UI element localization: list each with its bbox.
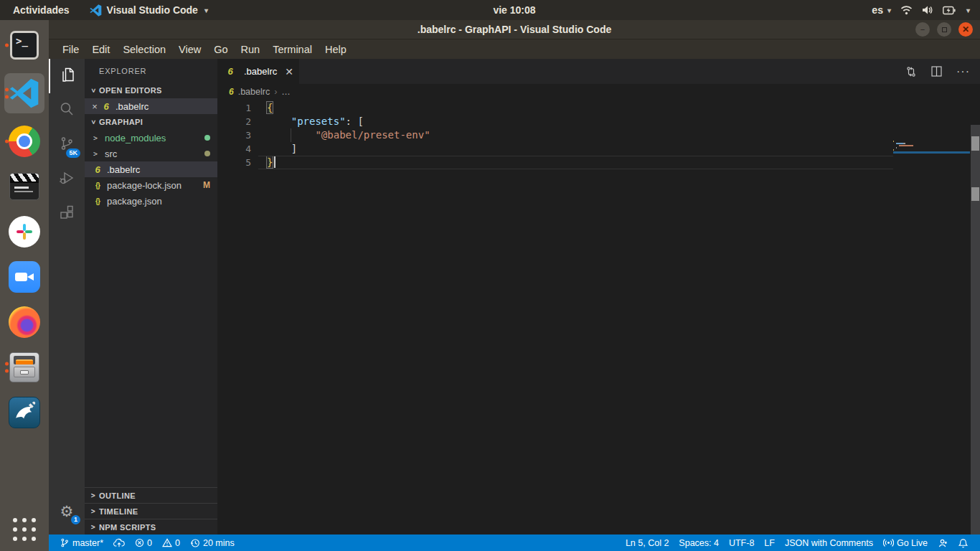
zoom-app-icon xyxy=(9,261,40,293)
dock-item-file-manager[interactable] xyxy=(4,350,44,385)
dock-item-video-editor[interactable] xyxy=(4,169,44,204)
babel-file-icon: 6 xyxy=(100,101,112,112)
close-button[interactable]: ✕ xyxy=(958,22,973,37)
minimap-slider[interactable] xyxy=(893,151,970,154)
activities-button[interactable]: Actividades xyxy=(0,0,83,20)
scrollbar-thumb[interactable] xyxy=(971,136,979,151)
dock-item-chrome[interactable] xyxy=(4,124,44,159)
chevron-icon: > xyxy=(90,85,98,96)
minimize-button[interactable]: − xyxy=(915,22,930,37)
code-lines[interactable]: { "presets": [ "@babel/preset-env" ]} xyxy=(258,101,893,169)
section-npm-scripts[interactable]: >NPM SCRIPTS xyxy=(85,519,217,534)
open-editor-label: .babelrc xyxy=(116,101,149,112)
system-menu-chevron-icon[interactable]: ▾ xyxy=(966,6,970,14)
babel-file-icon: 6 xyxy=(225,66,236,77)
statusbar-encoding[interactable]: UTF-8 xyxy=(724,534,759,551)
tree-item-package-lock-json[interactable]: {}package-lock.jsonM xyxy=(85,177,217,193)
menu-run[interactable]: Run xyxy=(235,39,267,59)
statusbar-indentation[interactable]: Spaces: 4 xyxy=(674,534,724,551)
tree-item-node-modules[interactable]: >node_modules xyxy=(85,130,217,146)
activity-run-debug[interactable] xyxy=(49,162,85,197)
section-label: NPM SCRIPTS xyxy=(99,523,156,532)
dock-item-slack[interactable] xyxy=(4,215,44,249)
minimap[interactable] xyxy=(893,139,970,534)
code-line-5[interactable]: } xyxy=(258,156,893,169)
project-header[interactable]: >GRAPHAPI xyxy=(85,114,217,130)
show-applications-button[interactable] xyxy=(4,512,44,547)
open-editors-header[interactable]: >OPEN EDITORS xyxy=(85,83,217,98)
statusbar-errors-count[interactable]: 0 xyxy=(130,534,157,551)
code-line-4[interactable]: ] xyxy=(258,142,893,156)
app-menu-label: Visual Studio Code xyxy=(107,4,198,16)
activity-extensions[interactable] xyxy=(49,197,85,231)
dock-item-vscode[interactable] xyxy=(4,73,44,113)
statusbar-language-mode[interactable]: JSON with Comments xyxy=(780,534,878,551)
statusbar-cursor-position[interactable]: Ln 5, Col 2 xyxy=(621,534,674,551)
minimap-line xyxy=(893,145,970,146)
tab-babelrc[interactable]: 6 .babelrc ✕ xyxy=(217,59,300,84)
vertical-scrollbar[interactable] xyxy=(971,125,980,534)
dock-item-terminal[interactable]: >_ xyxy=(4,28,44,62)
section-timeline[interactable]: >TIMELINE xyxy=(85,503,217,519)
file-manager-app-icon xyxy=(9,352,39,382)
chevron-down-icon: ▾ xyxy=(887,6,891,14)
dock-item-firefox[interactable] xyxy=(4,305,44,339)
statusbar-branch-indicator[interactable]: master* xyxy=(55,534,108,551)
section-outline[interactable]: >OUTLINE xyxy=(85,487,217,503)
activity-source-control[interactable]: 5K xyxy=(49,128,85,162)
statusbar-feedback[interactable] xyxy=(933,534,953,551)
menu-help[interactable]: Help xyxy=(319,39,353,59)
keyboard-layout-indicator[interactable]: es ▾ xyxy=(872,4,891,16)
tree-item-package-json[interactable]: {}package.json xyxy=(85,193,217,209)
statusbar-warnings-count[interactable]: 0 xyxy=(157,534,185,551)
chevron-icon: > xyxy=(90,116,98,128)
tab-close-icon[interactable]: ✕ xyxy=(285,66,293,77)
project-label: GRAPHAPI xyxy=(99,118,143,126)
clock[interactable]: vie 10:08 xyxy=(493,4,535,16)
dock-item-mysql-workbench[interactable] xyxy=(4,395,44,430)
statusbar-go-live[interactable]: Go Live xyxy=(878,534,933,551)
breadcrumb[interactable]: 6 .babelrc › … xyxy=(217,84,980,100)
line-number-gutter: 12345 xyxy=(217,101,258,169)
code-line-3[interactable]: "@babel/preset-env" xyxy=(258,128,893,142)
menu-terminal[interactable]: Terminal xyxy=(266,39,319,59)
window-titlebar[interactable]: .babelrc - GraphAPI - Visual Studio Code… xyxy=(49,20,980,39)
vscode-window: .babelrc - GraphAPI - Visual Studio Code… xyxy=(49,20,980,551)
statusbar-eol-sequence-label: LF xyxy=(764,538,775,548)
statusbar-notifications[interactable] xyxy=(953,534,973,551)
code-token: ] xyxy=(291,143,297,154)
statusbar-warnings-count-label: 0 xyxy=(175,538,180,548)
more-actions-icon[interactable]: ··· xyxy=(956,65,970,78)
dock-item-zoom[interactable] xyxy=(4,260,44,294)
statusbar-time-tracker[interactable]: 20 mins xyxy=(185,534,240,551)
split-editor-icon[interactable] xyxy=(931,66,942,77)
chevron-right-icon: > xyxy=(88,523,99,531)
breadcrumb-file[interactable]: .babelrc xyxy=(238,87,270,97)
open-editor-item[interactable]: ×6.babelrc xyxy=(85,98,217,114)
menu-selection[interactable]: Selection xyxy=(116,39,172,59)
breadcrumb-ellipsis[interactable]: … xyxy=(281,87,291,97)
open-changes-icon[interactable] xyxy=(905,66,917,77)
close-editor-icon[interactable]: × xyxy=(89,101,100,112)
statusbar-eol-sequence[interactable]: LF xyxy=(759,534,780,551)
menu-file[interactable]: File xyxy=(56,39,85,59)
code-line-2[interactable]: "presets": [ xyxy=(258,115,893,128)
scrollbar-thumb[interactable] xyxy=(971,187,979,201)
statusbar-publish-changes[interactable] xyxy=(108,534,130,551)
code-line-1[interactable]: { xyxy=(258,101,893,115)
maximize-button[interactable] xyxy=(937,22,951,37)
menu-edit[interactable]: Edit xyxy=(85,39,116,59)
activity-search[interactable] xyxy=(49,93,85,128)
activity-settings[interactable]: ⚙1 xyxy=(49,494,85,529)
menu-view[interactable]: View xyxy=(172,39,207,59)
menu-go[interactable]: Go xyxy=(207,39,234,59)
code-editor[interactable]: 12345 { "presets": [ "@babel/preset-env"… xyxy=(217,100,980,534)
tree-item-label: src xyxy=(105,149,117,159)
app-menu[interactable]: Visual Studio Code ▾ xyxy=(83,0,215,20)
code-token: "@babel/preset-env" xyxy=(315,129,430,141)
chevron-right-icon: > xyxy=(93,150,102,158)
tree-item--babelrc[interactable]: 6.babelrc xyxy=(85,161,217,177)
tree-item-src[interactable]: >src xyxy=(85,146,217,161)
activity-explorer[interactable] xyxy=(49,59,85,93)
statusbar-indentation-label: Spaces: 4 xyxy=(679,538,719,548)
